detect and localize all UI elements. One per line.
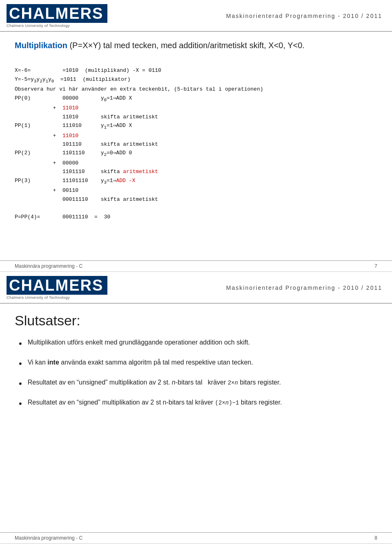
slide2-content: Slutsatser: Multiplikation utförs enkelt… xyxy=(0,304,392,532)
bullet-text-2: Vi kan inte använda exakt samma algoritm… xyxy=(28,358,253,367)
slide1-header-title: Maskinorienterad Programmering - 2010 / … xyxy=(226,13,382,19)
slide1-footer: Maskinnära programmering - C 7 xyxy=(0,260,392,271)
list-item-2: Vi kan inte använda exakt samma algoritm… xyxy=(19,358,377,370)
code-block-1: X=-6= =1010 (multiplikand) -X = 0110 Y=-… xyxy=(15,58,377,230)
slide2-heading: Slutsatser: xyxy=(15,313,377,329)
bullet-text-1: Multiplikation utförs enkelt med grundlä… xyxy=(28,338,250,347)
slide2-footer-page: 8 xyxy=(374,535,377,541)
logo-sub-1: Chalmers University of Technology xyxy=(7,24,70,28)
slide2-header-title: Maskinorienterad Programmering - 2010 / … xyxy=(226,285,382,291)
bullet-list: Multiplikation utförs enkelt med grundlä… xyxy=(19,338,377,410)
slide2-footer: Maskinnära programmering - C 8 xyxy=(0,532,392,543)
logo-box-1: CHALMERS Chalmers University of Technolo… xyxy=(7,4,107,28)
logo-sub-2: Chalmers University of Technology xyxy=(7,296,70,300)
slide2-header: CHALMERS Chalmers University of Technolo… xyxy=(0,272,392,304)
slide1-footer-left: Maskinnära programmering - C xyxy=(15,263,82,269)
chalmers-logo-1: CHALMERS xyxy=(7,4,107,23)
slide1-footer-page: 7 xyxy=(374,263,377,269)
list-item-3: Resultatet av en “unsigned” multiplikati… xyxy=(19,378,377,390)
bullet-text-4: Resultatet av en “signed” multiplikation… xyxy=(28,398,282,407)
list-item-4: Resultatet av en “signed” multiplikation… xyxy=(19,398,377,410)
slide-2: CHALMERS Chalmers University of Technolo… xyxy=(0,272,392,544)
logo-box-2: CHALMERS Chalmers University of Technolo… xyxy=(7,276,107,300)
slide1-heading: Multiplikation (P=X×Y) tal med tecken, m… xyxy=(15,41,377,50)
bullet-text-3: Resultatet av en “unsigned” multiplikati… xyxy=(28,378,281,387)
list-item-1: Multiplikation utförs enkelt med grundlä… xyxy=(19,338,377,350)
slide-1: CHALMERS Chalmers University of Technolo… xyxy=(0,0,392,272)
slide2-footer-left: Maskinnära programmering - C xyxy=(15,535,82,541)
logo-text-2: CHALMERS xyxy=(9,277,103,294)
slide1-header: CHALMERS Chalmers University of Technolo… xyxy=(0,0,392,32)
chalmers-logo-2: CHALMERS xyxy=(7,276,107,295)
logo-text-1: CHALMERS xyxy=(9,5,103,22)
slide1-content: Multiplikation (P=X×Y) tal med tecken, m… xyxy=(0,32,392,260)
